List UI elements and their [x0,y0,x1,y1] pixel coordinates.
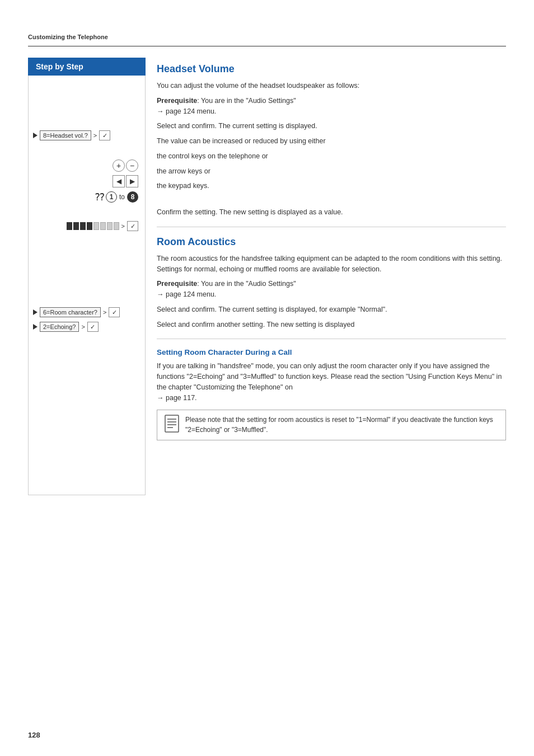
echoing-label: 2=Echoing? [43,323,76,330]
room-char-label: 6=Room character? [43,309,97,316]
page-number: 128 [28,731,40,739]
arrow-forward-room-char: > [103,309,106,316]
headset-vol-button[interactable]: 8=Headset vol.? [40,130,91,140]
svg-rect-0 [165,415,179,432]
arrow-forward-progress: > [121,223,125,229]
minus-button[interactable]: − [126,159,138,172]
bar-5 [93,222,99,230]
arrow-keys-text: the arrow keys or [157,166,506,177]
arrow-right-button[interactable]: ▶ [126,175,138,187]
bar-1 [67,222,72,230]
bar-2 [73,222,79,230]
room-acoustics-intro: The room acoustics for the handsfree tal… [157,253,506,275]
increase-reduce-text: The value can be increased or reduced by… [157,136,506,147]
bar-7 [107,222,113,230]
plus-button[interactable]: + [113,159,125,172]
play-icon-room-char [33,309,38,315]
left-column: Step by Step 8=Headset vol.? > ✓ [28,58,146,495]
headset-volume-heading: Headset Volume [157,63,506,75]
to-text: to [119,193,125,201]
keypad-keys-text: the keypad keys. [157,181,506,191]
arrow-forward-echoing: > [81,323,85,330]
num-8: 8 [127,191,138,203]
bar-4 [87,222,92,230]
bar-6 [100,222,106,230]
divider-1 [157,227,506,227]
left-panel: 8=Headset vol.? > ✓ + − ◀ ▶ [28,76,146,495]
room-step2-desc: Select and confirm another setting. The … [157,320,506,330]
note-icon [164,415,180,435]
keypad-icon: ⁇ [95,191,105,203]
room-char-row: 6=Room character? > ✓ [33,307,140,317]
note-text: Please note that the setting for room ac… [185,415,499,435]
page: Customizing the Telephone Step by Step 8… [0,0,534,756]
headset-volume-intro: You can adjust the volume of the headset… [157,81,506,91]
headset-vol-row: 8=Headset vol.? > ✓ [33,130,140,140]
check-echoing[interactable]: ✓ [87,322,99,332]
section-label: Customizing the Telephone [28,34,506,40]
progress-bar [67,222,119,230]
arrow-left-button[interactable]: ◀ [113,175,125,187]
check-progress[interactable]: ✓ [127,221,138,231]
bar-8 [114,222,119,230]
keypad-row: ⁇ 1 to 8 [35,191,138,203]
divider-2 [157,339,506,339]
headset-prerequisite: Prerequisite: You are in the "Audio Sett… [157,96,506,117]
plus-minus-row: + − [35,159,138,172]
room-char-button[interactable]: 6=Room character? [40,307,101,317]
room-prerequisite-label: Prerequisite [157,280,197,288]
progress-row: > ✓ [35,221,138,231]
play-icon-headset [33,133,38,138]
setting-room-char-body: If you are talking in "handsfree" mode, … [157,361,506,403]
bar-3 [80,222,86,230]
room-acoustics-heading: Room Acoustics [157,236,506,248]
prerequisite-label: Prerequisite [157,97,197,105]
echoing-button[interactable]: 2=Echoing? [40,322,79,332]
control-keys-text: the control keys on the telephone or [157,151,506,162]
room-prerequisite: Prerequisite: You are in the "Audio Sett… [157,279,506,300]
check-room-char[interactable]: ✓ [109,307,120,317]
step-by-step-header: Step by Step [28,58,146,76]
headset-vol-label: 8=Headset vol.? [43,132,88,139]
room-step1-desc: Select and confirm. The current setting … [157,304,506,315]
arrow-forward-headset: > [93,132,97,139]
headset-step2-desc: Confirm the setting. The new setting is … [157,207,506,218]
check-headset[interactable]: ✓ [99,130,110,140]
num-1: 1 [106,191,117,203]
note-box: Please note that the setting for room ac… [157,410,506,440]
setting-room-char-heading: Setting Room Character During a Call [157,348,506,356]
play-icon-echoing [33,324,38,330]
echoing-row: 2=Echoing? > ✓ [33,322,140,332]
headset-step1-desc: Select and confirm. The current setting … [157,121,506,132]
arrow-lr-row: ◀ ▶ [35,175,138,187]
note-svg [164,415,180,433]
right-column: Headset Volume You can adjust the volume… [146,58,506,495]
